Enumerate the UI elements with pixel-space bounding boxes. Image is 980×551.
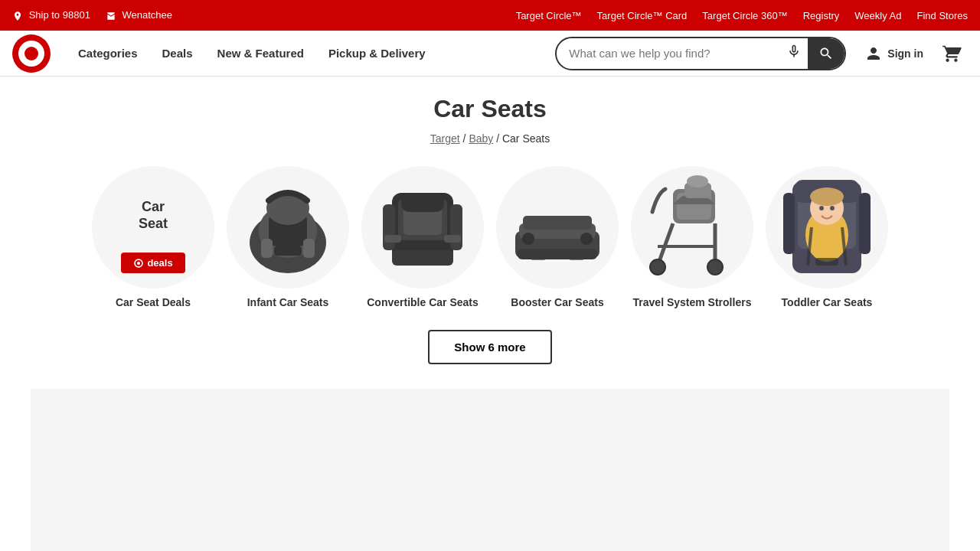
target-deals-icon (133, 258, 144, 269)
svg-rect-20 (384, 235, 401, 243)
new-featured-nav-link[interactable]: New & Featured (205, 47, 316, 60)
svg-point-5 (137, 261, 140, 264)
category-item-convertible[interactable]: Convertible Car Seats (361, 166, 484, 308)
main-content: Car Seats Target / Baby / Car Seats Car … (0, 77, 980, 551)
search-button[interactable] (808, 38, 844, 69)
category-label-travel: Travel System Strollers (633, 296, 752, 308)
target-logo (12, 34, 51, 73)
svg-point-38 (687, 175, 708, 187)
sign-in-button[interactable]: Sign in (858, 44, 929, 63)
svg-rect-16 (401, 193, 444, 212)
target-circle-card-link[interactable]: Target Circle™ Card (597, 10, 688, 21)
weekly-ad-link[interactable]: Weekly Ad (854, 10, 901, 21)
category-label-toddler: Toddler Car Seats (782, 296, 873, 308)
cart-button[interactable] (936, 44, 968, 64)
svg-rect-24 (523, 216, 592, 230)
target-circle-360-link[interactable]: Target Circle 360™ (702, 10, 787, 21)
category-label-booster: Booster Car Seats (511, 296, 603, 308)
nav-bar: Categories Deals New & Featured Pickup &… (0, 31, 980, 77)
svg-rect-10 (274, 246, 302, 256)
registry-link[interactable]: Registry (803, 10, 840, 21)
booster-seat-illustration (496, 166, 619, 289)
category-label-infant: Infant Car Seats (247, 296, 329, 308)
category-label-convertible: Convertible Car Seats (367, 296, 479, 308)
breadcrumb-baby[interactable]: Baby (469, 132, 493, 145)
svg-point-36 (707, 259, 723, 275)
category-item-travel[interactable]: Travel System Strollers (631, 166, 753, 308)
gray-section (31, 389, 949, 551)
toddler-seat-illustration (766, 166, 888, 289)
nav-actions: Sign in (858, 44, 968, 64)
category-circle-convertible (361, 166, 484, 289)
deals-badge: deals (121, 253, 185, 273)
nav-links: Categories Deals New & Featured Pickup &… (66, 47, 438, 60)
breadcrumb: Target / Baby / Car Seats (31, 132, 949, 145)
show-more-container: Show 6 more (31, 330, 949, 364)
convertible-seat-illustration (361, 166, 484, 289)
ship-to-link[interactable]: Ship to 98801 (12, 9, 90, 21)
categories-row: Car Seat deals Car Seat Deals (31, 166, 949, 308)
svg-point-44 (810, 187, 844, 206)
location-icon (12, 11, 23, 21)
svg-rect-18 (383, 204, 395, 250)
svg-rect-48 (783, 193, 795, 254)
deals-nav-link[interactable]: Deals (150, 47, 205, 60)
svg-rect-29 (518, 249, 597, 259)
category-label-deals: Car Seat Deals (116, 296, 191, 308)
category-circle-travel (631, 166, 753, 289)
svg-point-35 (650, 259, 665, 275)
category-item-infant[interactable]: Infant Car Seats (227, 166, 349, 308)
svg-rect-11 (261, 239, 273, 258)
top-bar-right: Target Circle™ Target Circle™ Card Targe… (516, 10, 968, 21)
store-icon (106, 11, 116, 21)
svg-point-25 (522, 233, 534, 245)
store-text: Wenatchee (122, 9, 172, 21)
store-link[interactable]: Wenatchee (106, 9, 172, 21)
car-seat-circle-text: Car Seat (139, 199, 168, 232)
category-circle-toddler (766, 166, 888, 289)
microphone-icon (786, 44, 802, 59)
category-item-deals[interactable]: Car Seat deals Car Seat Deals (92, 166, 214, 308)
svg-point-46 (830, 206, 835, 210)
travel-stroller-illustration (631, 166, 753, 289)
svg-point-2 (24, 47, 38, 60)
show-more-button[interactable]: Show 6 more (428, 330, 551, 364)
find-stores-link[interactable]: Find Stores (917, 10, 968, 21)
page-title: Car Seats (31, 95, 949, 123)
svg-rect-21 (444, 235, 461, 243)
target-circle-link[interactable]: Target Circle™ (516, 10, 582, 21)
search-icon (818, 46, 834, 61)
infant-seat-illustration (227, 166, 349, 289)
category-circle-deals: Car Seat deals (92, 166, 214, 289)
svg-rect-49 (859, 193, 871, 254)
categories-nav-link[interactable]: Categories (66, 47, 150, 60)
category-circle-infant (227, 166, 349, 289)
svg-point-26 (580, 233, 593, 245)
top-bar-left: Ship to 98801 Wenatchee (12, 9, 172, 21)
ship-to-text: Ship to 98801 (29, 9, 90, 21)
svg-rect-47 (815, 258, 838, 266)
breadcrumb-target[interactable]: Target (430, 132, 460, 145)
category-item-toddler[interactable]: Toddler Car Seats (766, 166, 888, 308)
search-input[interactable] (557, 47, 780, 60)
category-item-booster[interactable]: Booster Car Seats (496, 166, 619, 308)
svg-rect-12 (303, 239, 315, 258)
svg-point-45 (819, 206, 824, 210)
breadcrumb-current: Car Seats (502, 132, 550, 145)
sign-in-label: Sign in (887, 47, 923, 60)
category-circle-booster (496, 166, 619, 289)
account-icon (864, 44, 883, 63)
breadcrumb-sep2: / (496, 132, 502, 145)
pickup-delivery-nav-link[interactable]: Pickup & Delivery (316, 47, 438, 60)
search-bar (555, 37, 846, 70)
svg-rect-17 (392, 250, 453, 266)
svg-rect-19 (450, 204, 462, 250)
top-bar: Ship to 98801 Wenatchee Target Circle™ T… (0, 0, 980, 31)
cart-icon (942, 44, 962, 64)
deals-badge-text: deals (147, 257, 172, 269)
logo-link[interactable] (12, 34, 66, 73)
microphone-button[interactable] (780, 44, 808, 63)
